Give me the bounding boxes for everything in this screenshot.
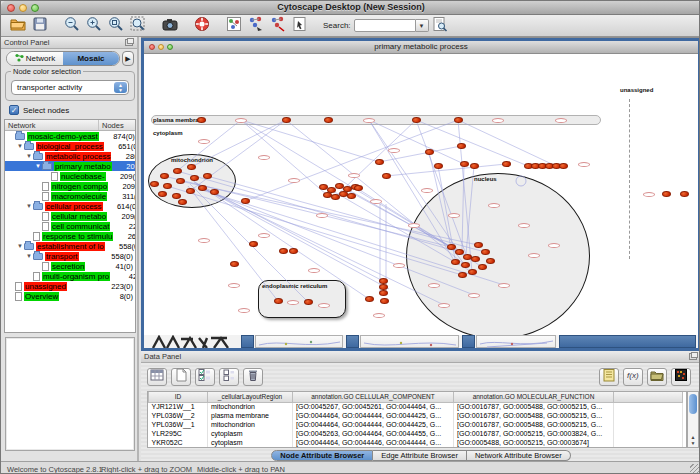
expand-arrow-icon[interactable]: ▼ (17, 143, 24, 149)
network-node[interactable] (160, 173, 169, 179)
zoom-fit-button[interactable] (105, 16, 127, 36)
table-cell[interactable]: [GO:0016787, GO:0005215, GO:0003824, G..… (454, 429, 614, 438)
tree-row[interactable]: multi-organism pro42(0) (5, 271, 135, 281)
network-node[interactable] (451, 259, 460, 265)
network-node[interactable] (150, 181, 159, 187)
network-node[interactable] (481, 249, 490, 255)
float-panel-icon[interactable] (125, 39, 133, 46)
network-node[interactable] (458, 272, 467, 278)
network-canvas[interactable]: plasma membrane cytoplasm mitochondrion … (144, 54, 698, 335)
help-button[interactable] (191, 16, 213, 36)
snapshot-button[interactable] (159, 16, 181, 36)
self-loop-edge[interactable] (516, 176, 526, 186)
tree-row[interactable]: unassigned223(0) (5, 281, 135, 291)
table-row[interactable]: YLR295Ccytoplasm[GO:0045263, GO:0044464,… (149, 429, 683, 438)
network-node[interactable] (382, 173, 391, 179)
network-node[interactable] (461, 262, 470, 268)
table-cell[interactable]: mitochondrion (208, 402, 293, 411)
network-node[interactable] (680, 191, 689, 197)
network-node[interactable] (468, 269, 477, 275)
tree-row[interactable]: ▼primary metabo209(... (5, 161, 135, 171)
network-edge[interactable] (177, 120, 241, 171)
tree-row[interactable]: mosaic-demo-yeast874(0) (5, 131, 135, 141)
tree-row[interactable]: response to stimulu264(0) (5, 231, 135, 241)
zoom-out-button[interactable] (61, 16, 83, 36)
network-node[interactable] (197, 117, 206, 123)
zoom-selected-button[interactable] (127, 16, 149, 36)
network-node[interactable] (203, 173, 212, 179)
table-column-header[interactable]: annotation.GO MOLECULAR_FUNCTION (454, 392, 614, 402)
annotation-button[interactable] (289, 16, 311, 36)
network-node[interactable] (478, 264, 487, 270)
network-node[interactable] (454, 117, 463, 123)
network-node[interactable] (158, 191, 167, 197)
network-node[interactable] (190, 175, 199, 181)
network-node[interactable] (172, 193, 181, 199)
network-edge[interactable] (190, 120, 286, 191)
network-edge[interactable] (369, 120, 464, 164)
table-cell[interactable]: [GO:0005488, GO:0005215, GO:0003674] (454, 438, 614, 447)
network-node[interactable] (249, 241, 258, 247)
table-cell[interactable]: [GO:0016787, GO:0005488, GO:0005215, G..… (454, 420, 614, 429)
table-column-header[interactable]: ID (149, 392, 208, 402)
network-edge[interactable] (331, 190, 455, 262)
table-column-header[interactable]: _cellularLayoutRegion (208, 392, 293, 402)
network-node[interactable] (380, 298, 389, 304)
float-panel-icon[interactable] (689, 353, 697, 360)
network-node[interactable] (471, 256, 480, 262)
tab-network-attribute-browser[interactable]: Network Attribute Browser (467, 450, 571, 461)
network-node[interactable] (412, 117, 421, 123)
expand-arrow-icon[interactable]: ▼ (35, 163, 42, 169)
network-node[interactable] (375, 159, 384, 165)
table-column-header[interactable]: annotation.GO CELLULAR_COMPONENT (293, 392, 454, 402)
delete-attribute-button[interactable] (243, 368, 263, 386)
table-row[interactable]: YPL036W__2plasma membrane[GO:0044464, GO… (149, 411, 683, 420)
tab-overflow-button[interactable]: ▶ (122, 51, 134, 66)
network-node[interactable] (173, 168, 182, 174)
table-cell[interactable]: [GO:0016787, GO:0005488, GO:0005215, G..… (454, 447, 614, 448)
save-button[interactable] (29, 16, 51, 36)
tree-row[interactable]: nucleobase-209(0) (5, 171, 135, 181)
network-edge[interactable] (200, 188, 474, 295)
network-node[interactable] (486, 258, 495, 264)
new-attribute-button[interactable] (171, 368, 191, 386)
network-node[interactable] (187, 164, 196, 170)
network-window-titlebar[interactable]: primary metabolic process (144, 41, 698, 54)
table-cell[interactable]: [GO:0045263, GO:0044464, GO:0044455, G..… (293, 429, 454, 438)
attribute-table-button[interactable] (147, 368, 167, 386)
table-row[interactable]: YDR039C__1mitochondrion[GO:0044464, GO:0… (149, 447, 683, 448)
attribute-editor-button[interactable] (599, 368, 619, 386)
table-row[interactable]: YKR052Ccytoplasm[GO:0044464, GO:0044446,… (149, 438, 683, 447)
tree-row[interactable]: ▼biological_process651(0) (5, 141, 135, 151)
network-node[interactable] (230, 261, 239, 267)
network-node[interactable] (241, 198, 250, 204)
tree-row[interactable]: ▼cellular process614(0) (5, 201, 135, 211)
unselect-attributes-button[interactable] (219, 368, 239, 386)
resize-grip[interactable] (690, 464, 700, 474)
network-node[interactable] (354, 185, 363, 191)
tab-edge-attribute-browser[interactable]: Edge Attribute Browser (373, 450, 467, 461)
destroy-network-view-button[interactable] (267, 16, 289, 36)
tree-row[interactable]: nitrogen compo209(0) (5, 181, 135, 191)
network-node[interactable] (186, 188, 195, 194)
new-network-view-button[interactable] (223, 16, 245, 36)
network-node[interactable] (455, 249, 464, 255)
network-edge[interactable] (241, 120, 327, 195)
table-cell[interactable]: YPL036W__2 (149, 411, 208, 420)
table-cell[interactable]: mitochondrion (208, 447, 293, 448)
network-node[interactable] (379, 290, 388, 296)
network-node[interactable] (365, 296, 374, 302)
network-node[interactable] (176, 178, 185, 184)
network-edge[interactable] (167, 186, 462, 275)
search-go-button[interactable] (429, 16, 451, 36)
expand-arrow-icon[interactable]: ▼ (17, 243, 24, 249)
tree-row[interactable]: macromolecule311(0) (5, 191, 135, 201)
tree-row[interactable]: ▼transport558(0) (5, 251, 135, 261)
network-node[interactable] (457, 143, 466, 149)
network-node[interactable] (347, 193, 356, 199)
network-edge[interactable] (466, 166, 474, 254)
tree-row[interactable]: ▼metabolic process280(0) (5, 151, 135, 161)
table-cell[interactable]: YPL036W__1 (149, 420, 208, 429)
select-nodes-checkbox[interactable]: ✓ (9, 105, 19, 115)
open-file-button[interactable] (7, 16, 29, 36)
